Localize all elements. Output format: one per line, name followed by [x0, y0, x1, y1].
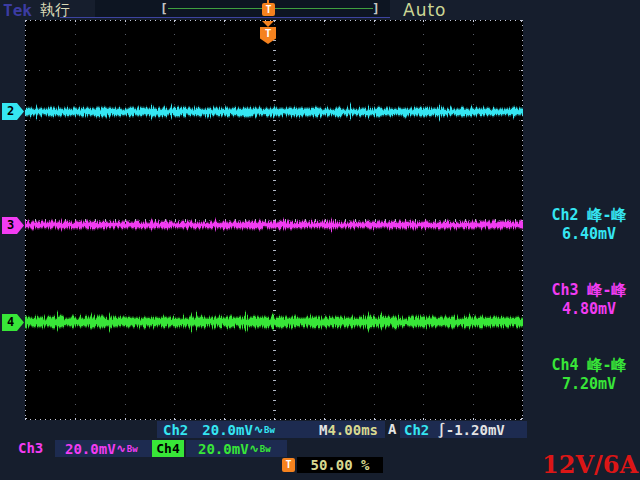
- ch4-bandwidth-icon: Bw: [260, 442, 271, 457]
- measurement-ch2-value: 6.40mV: [540, 225, 638, 244]
- brand-logo: Tek: [3, 1, 32, 20]
- timebase-value: 4.00ms: [327, 422, 378, 438]
- ch3-scale-value: 20.0mV: [65, 441, 116, 457]
- trigger-position-icon: T: [282, 458, 295, 472]
- timebase-prefix: M: [319, 422, 327, 438]
- ch3-scale-readout: 20.0mV ∿ Bw: [55, 440, 152, 457]
- measurement-ch3-label: Ch3 峰-峰: [540, 281, 638, 300]
- channel-4-marker: 4: [2, 314, 24, 331]
- measurement-ch4: Ch4 峰-峰 7.20mV: [540, 356, 638, 394]
- ch2-bandwidth-icon: Bw: [264, 423, 275, 438]
- timebase-readout: M 4.00ms: [319, 421, 385, 438]
- measurement-ch3-value: 4.80mV: [540, 300, 638, 319]
- measurement-ch4-value: 7.20mV: [540, 375, 638, 394]
- ch3-bandwidth-icon: Bw: [127, 442, 138, 457]
- ch2-label: Ch2: [163, 422, 188, 438]
- header-divider: [60, 17, 390, 18]
- measurement-ch3: Ch3 峰-峰 4.80mV: [540, 281, 638, 319]
- ch3-coupling-icon: ∿: [117, 442, 126, 455]
- measurement-ch4-label: Ch4 峰-峰: [540, 356, 638, 375]
- ch2-scale-readout: Ch2 20.0mV ∿ Bw: [157, 421, 319, 438]
- trigger-position-value: 50.00 %: [297, 457, 383, 473]
- record-left-bracket: [: [160, 1, 168, 16]
- channel-2-marker: 2: [2, 103, 24, 120]
- trigger-level-value: -1.20mV: [446, 422, 505, 438]
- record-right-bracket: ]: [372, 1, 380, 16]
- ch4-channel-badge: Ch4: [152, 440, 184, 457]
- slope-rising-icon: ∫: [437, 422, 445, 438]
- graticule-canvas: [25, 20, 523, 420]
- acquisition-mode-label: Auto: [403, 0, 446, 20]
- ch3-label: Ch3: [18, 440, 43, 456]
- ch4-coupling-icon: ∿: [250, 442, 259, 455]
- trigger-mode-label: A: [388, 421, 396, 437]
- measurement-ch2: Ch2 峰-峰 6.40mV: [540, 206, 638, 244]
- trigger-arrow-icon: [262, 21, 274, 27]
- trigger-readout: Ch2 ∫ -1.20mV: [400, 421, 527, 438]
- channel-3-marker: 3: [2, 217, 24, 234]
- measurement-ch2-label: Ch2 峰-峰: [540, 206, 638, 225]
- ch4-scale-value: 20.0mV: [198, 441, 249, 457]
- ch2-scale-value: 20.0mV: [202, 422, 253, 438]
- ch2-coupling-icon: ∿: [254, 423, 263, 436]
- trigger-source-label: Ch2: [404, 422, 429, 438]
- watermark-label: 12V/6A: [542, 450, 638, 479]
- ch4-scale-readout: 20.0mV ∿ Bw: [186, 440, 287, 457]
- record-trigger-icon: T: [262, 3, 275, 16]
